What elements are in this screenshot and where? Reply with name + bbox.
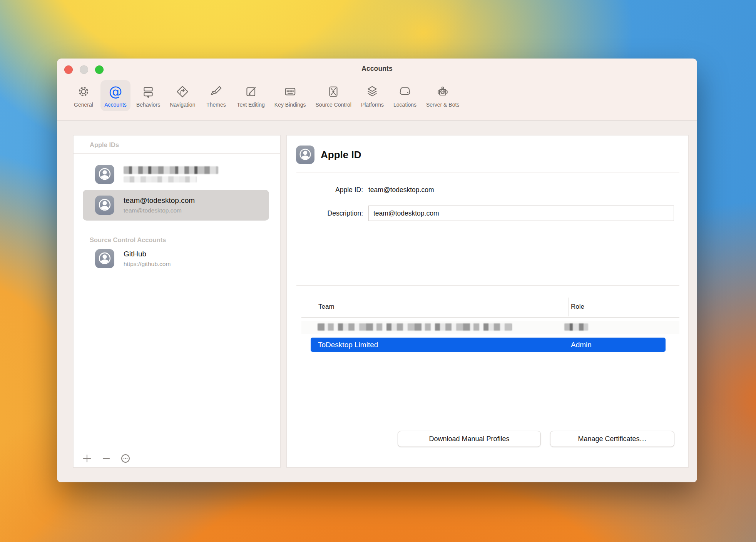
account-title: team@todesktop.com (124, 196, 195, 205)
table-header-underline (301, 317, 679, 318)
role-column-header[interactable]: Role (571, 303, 584, 311)
tab-server-bots[interactable]: Server & Bots (422, 80, 463, 111)
xcode-accounts-window: Accounts General @ Accounts Behaviors (57, 59, 697, 482)
account-subtitle: https://github.com (124, 261, 171, 268)
account-row-redacted[interactable] (74, 159, 280, 190)
apple-id-label: Apple ID: (287, 186, 363, 194)
person-avatar-icon (95, 196, 114, 215)
account-text (124, 166, 218, 182)
person-avatar-icon (95, 165, 114, 184)
team-column-header[interactable]: Team (318, 303, 335, 311)
tab-platforms[interactable]: Platforms (357, 80, 388, 111)
server-bots-icon (436, 83, 449, 100)
person-avatar-icon (296, 146, 314, 164)
account-row-team-todesktop[interactable]: team@todesktop.com team@todesktop.com (83, 190, 269, 221)
platforms-icon (366, 83, 379, 100)
accounts-sidebar: Apple IDs (74, 136, 280, 467)
key-bindings-icon (284, 83, 297, 100)
content-area: Apple IDs (57, 120, 697, 482)
team-row-redacted[interactable] (301, 321, 679, 334)
tab-themes[interactable]: Themes (201, 80, 231, 111)
tab-label: Text Editing (237, 102, 264, 108)
account-subtitle: team@todesktop.com (124, 207, 195, 214)
description-row: Description: (287, 206, 674, 221)
account-title: GitHub (124, 250, 171, 258)
person-avatar-icon (95, 249, 114, 268)
tab-general[interactable]: General (69, 80, 99, 111)
tab-label: Key Bindings (274, 102, 306, 108)
tab-navigation[interactable]: Navigation (166, 80, 199, 111)
divider (296, 172, 679, 172)
account-text: team@todesktop.com team@todesktop.com (124, 196, 195, 214)
apple-id-row: Apple ID: team@todesktop.com (287, 186, 434, 194)
download-manual-profiles-button[interactable]: Download Manual Profiles (398, 431, 541, 447)
more-options-button[interactable] (120, 453, 130, 463)
titlebar: Accounts (57, 59, 697, 77)
description-input[interactable] (368, 206, 674, 221)
apple-id-value: team@todesktop.com (368, 186, 434, 194)
tab-label: Source Control (316, 102, 351, 108)
tab-label: Navigation (170, 102, 195, 108)
at-icon: @ (109, 83, 122, 100)
remove-account-button[interactable] (101, 453, 111, 463)
redacted-subtitle (124, 176, 197, 182)
source-control-icon (327, 83, 340, 100)
tab-label: Themes (206, 102, 226, 108)
gear-icon (77, 83, 90, 100)
window-title: Accounts (57, 65, 697, 73)
source-control-accounts-header: Source Control Accounts (74, 231, 280, 248)
detail-header: Apple ID (296, 146, 361, 164)
tab-key-bindings[interactable]: Key Bindings (271, 80, 310, 111)
apple-ids-header: Apple IDs (74, 136, 280, 153)
divider (74, 153, 280, 154)
desktop-wallpaper: Accounts General @ Accounts Behaviors (0, 0, 756, 542)
divider (296, 285, 679, 286)
tab-label: Accounts (104, 102, 127, 108)
manage-certificates-button[interactable]: Manage Certificates… (550, 431, 674, 447)
team-cell: ToDesktop Limited (318, 341, 378, 349)
locations-icon (398, 83, 411, 100)
detail-title: Apple ID (321, 149, 361, 161)
redacted-team-name (318, 323, 512, 331)
team-row-todesktop-limited[interactable]: ToDesktop Limited Admin (311, 338, 666, 352)
preferences-toolbar: General @ Accounts Behaviors Navigation (57, 77, 697, 120)
tab-label: Server & Bots (426, 102, 459, 108)
sidebar-controls (82, 453, 130, 463)
tab-locations[interactable]: Locations (390, 80, 420, 111)
tab-behaviors[interactable]: Behaviors (132, 80, 164, 111)
tab-source-control[interactable]: Source Control (312, 80, 355, 111)
redacted-role (564, 323, 588, 331)
tab-label: Locations (393, 102, 416, 108)
tab-label: Behaviors (136, 102, 160, 108)
role-cell: Admin (571, 341, 592, 349)
add-account-button[interactable] (82, 453, 92, 463)
description-label: Description: (287, 209, 363, 217)
navigation-icon (176, 83, 189, 100)
account-row-github[interactable]: GitHub https://github.com (74, 248, 280, 274)
tab-accounts[interactable]: @ Accounts (100, 80, 130, 111)
tab-text-editing[interactable]: Text Editing (233, 80, 268, 111)
apple-id-detail-panel: Apple ID Apple ID: team@todesktop.com De… (287, 136, 688, 467)
tab-label: General (74, 102, 93, 108)
tab-label: Platforms (361, 102, 384, 108)
themes-icon (209, 83, 222, 100)
account-text: GitHub https://github.com (124, 250, 171, 268)
text-editing-icon (244, 83, 258, 100)
column-separator[interactable] (569, 298, 569, 316)
behaviors-icon (142, 83, 155, 100)
redacted-name (124, 166, 218, 174)
